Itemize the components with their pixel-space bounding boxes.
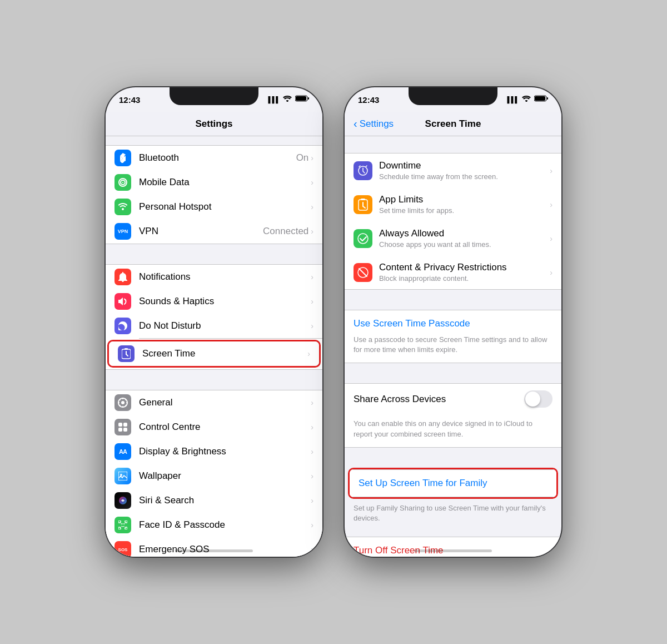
svg-rect-19 [118, 521, 121, 523]
notch-right [409, 87, 497, 105]
content-privacy-subtitle: Block inappropriate content. [379, 274, 550, 283]
control-centre-chevron: › [311, 423, 313, 432]
dnd-right: › [311, 321, 313, 330]
bluetooth-content: Bluetooth On › [139, 146, 313, 170]
screen-time-highlight: Screen Time › [107, 340, 321, 368]
app-limits-label: App Limits [379, 194, 550, 205]
notch-left [170, 87, 258, 105]
screen-time-highlight-container: Screen Time › [106, 338, 322, 369]
passcode-link[interactable]: Use Screen Time Passcode [354, 318, 552, 329]
bluetooth-right: On › [296, 152, 313, 164]
settings-group-connectivity: Bluetooth On › Mobile Data [106, 145, 322, 244]
emergency-icon: SOS [115, 541, 131, 557]
siri-content: Siri & Search › [139, 489, 313, 512]
vpn-chevron: › [311, 227, 313, 236]
share-desc: You can enable this on any device signed… [345, 414, 561, 447]
svg-point-23 [121, 523, 122, 524]
screen-time-title: Screen Time [425, 118, 481, 130]
bluetooth-label: Bluetooth [139, 152, 179, 164]
vpn-content: VPN Connected › [139, 220, 313, 243]
downtime-text: Downtime Schedule time away from the scr… [379, 160, 550, 181]
app-limits-text: App Limits Set time limits for apps. [379, 194, 550, 215]
wallpaper-right: › [311, 472, 313, 480]
app-limits-chevron: › [550, 200, 552, 209]
app-limits-subtitle: Set time limits for apps. [379, 206, 550, 215]
vpn-icon: VPN [115, 223, 131, 240]
content-privacy-label: Content & Privacy Restrictions [379, 262, 550, 273]
face-id-row[interactable]: Face ID & Passcode › [106, 513, 322, 537]
siri-label: Siri & Search [139, 495, 194, 506]
downtime-label: Downtime [379, 160, 550, 171]
notifications-row[interactable]: Notifications › [106, 265, 322, 289]
battery-icon [295, 95, 309, 103]
face-id-content: Face ID & Passcode › [139, 513, 313, 537]
svg-rect-13 [123, 423, 127, 427]
dnd-icon [115, 318, 131, 334]
emergency-content: Emergency SOS › [139, 538, 313, 557]
vpn-right: Connected › [263, 226, 313, 237]
mobile-data-row[interactable]: Mobile Data › [106, 170, 322, 195]
connectivity-list: Bluetooth On › Mobile Data [106, 145, 322, 244]
svg-line-36 [359, 269, 367, 276]
time-right: 12:43 [358, 95, 379, 105]
screen-time-nav: ‹ Settings Screen Time [345, 112, 561, 136]
content-privacy-chevron: › [550, 268, 552, 277]
app-limits-row[interactable]: App Limits Set time limits for apps. › [345, 187, 561, 221]
share-row[interactable]: Share Across Devices [345, 384, 561, 414]
settings-scroll[interactable]: Bluetooth On › Mobile Data [106, 136, 322, 557]
wallpaper-icon [115, 468, 131, 484]
control-centre-row[interactable]: Control Centre › [106, 415, 322, 439]
family-link[interactable]: Set Up Screen Time for Family [359, 478, 547, 489]
hotspot-row[interactable]: Personal Hotspot › [106, 195, 322, 219]
passcode-desc: Use a passcode to secure Screen Time set… [354, 335, 552, 355]
vpn-row[interactable]: VPN VPN Connected › [106, 219, 322, 244]
display-icon: AA [115, 443, 131, 460]
svg-rect-17 [118, 472, 127, 480]
svg-point-34 [358, 234, 368, 244]
mobile-data-right: › [311, 178, 313, 187]
wallpaper-row[interactable]: Wallpaper › [106, 464, 322, 488]
family-row[interactable]: Set Up Screen Time for Family [350, 470, 556, 497]
emergency-right: › [311, 545, 313, 554]
general-right: › [311, 398, 313, 407]
dnd-label: Do Not Disturb [139, 320, 201, 331]
back-button[interactable]: ‹ Settings [354, 117, 394, 130]
settings-nav: Settings [106, 112, 322, 136]
display-chevron: › [311, 447, 313, 456]
screen-time-content-row: Screen Time › [142, 342, 310, 365]
share-toggle[interactable] [524, 390, 552, 408]
siri-chevron: › [311, 496, 313, 505]
face-id-icon [115, 517, 131, 533]
notifications-right: › [311, 273, 313, 281]
sounds-row[interactable]: Sounds & Haptics › [106, 289, 322, 314]
bluetooth-row[interactable]: Bluetooth On › [106, 146, 322, 170]
family-desc: Set up Family Sharing to use Screen Time… [345, 499, 561, 531]
settings-group-more: General › Control Centre [106, 390, 322, 557]
always-allowed-subtitle: Choose apps you want at all times. [379, 240, 550, 249]
content-privacy-row[interactable]: Content & Privacy Restrictions Block ina… [345, 255, 561, 289]
always-allowed-icon [354, 229, 372, 248]
wifi-icon-r [522, 95, 531, 103]
downtime-row[interactable]: Downtime Schedule time away from the scr… [345, 153, 561, 187]
hotspot-right: › [311, 202, 313, 211]
turnoff-section: Turn Off Screen Time [345, 537, 561, 557]
display-content: Display & Brightness › [139, 440, 313, 463]
svg-rect-28 [547, 97, 548, 100]
svg-point-6 [122, 208, 124, 210]
always-allowed-label: Always Allowed [379, 228, 550, 239]
svg-point-11 [121, 401, 125, 404]
back-label: Settings [360, 118, 394, 130]
screen-time-scroll[interactable]: Downtime Schedule time away from the scr… [345, 136, 561, 557]
sounds-content: Sounds & Haptics › [139, 290, 313, 313]
family-list: Set Up Screen Time for Family [350, 469, 556, 497]
display-brightness-row[interactable]: AA Display & Brightness › [106, 439, 322, 464]
face-id-right: › [311, 521, 313, 529]
siri-row[interactable]: Siri & Search › [106, 488, 322, 513]
general-row[interactable]: General › [106, 390, 322, 415]
always-allowed-row[interactable]: Always Allowed Choose apps you want at a… [345, 221, 561, 255]
downtime-chevron: › [550, 166, 552, 175]
dnd-row[interactable]: Do Not Disturb › [106, 314, 322, 338]
screen-time-row[interactable]: Screen Time › [109, 341, 319, 366]
svg-point-24 [124, 523, 125, 524]
emergency-row[interactable]: SOS Emergency SOS › [106, 537, 322, 557]
